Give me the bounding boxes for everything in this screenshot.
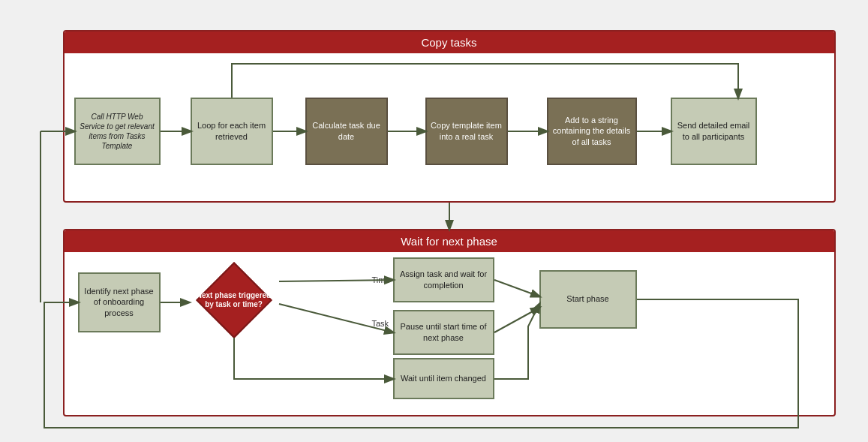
task-label: Task	[372, 319, 389, 328]
start-phase-box: Start phase	[539, 270, 637, 329]
add-string-box: Add to a string containing the details o…	[547, 98, 637, 165]
wait-item-box: Wait until item changed	[393, 358, 494, 399]
pause-until-box: Pause until start time of next phase	[393, 310, 494, 355]
diamond-wrap: Next phase triggered by task or time?	[189, 259, 279, 341]
calc-due-box: Calculate task due date	[305, 98, 388, 165]
copy-template-box: Copy template item into a real task	[425, 98, 508, 165]
call-http-box: Call HTTP Web Service to get relevant it…	[74, 98, 161, 165]
time-label: Time	[372, 275, 390, 284]
diagram-container: Copy tasks Wait for next phase Call HTTP…	[18, 11, 851, 431]
wait-phase-header: Wait for next phase	[65, 230, 834, 252]
assign-task-box: Assign task and wait for completion	[393, 257, 494, 302]
loop-each-box: Loop for each item retrieved	[191, 98, 273, 165]
copy-tasks-header: Copy tasks	[65, 32, 834, 53]
identify-phase-box: Identify next phase of onboarding proces…	[78, 272, 161, 332]
diamond-label: Next phase triggered by task or time?	[189, 259, 279, 341]
send-email-box: Send detailed email to all participants	[671, 98, 757, 165]
